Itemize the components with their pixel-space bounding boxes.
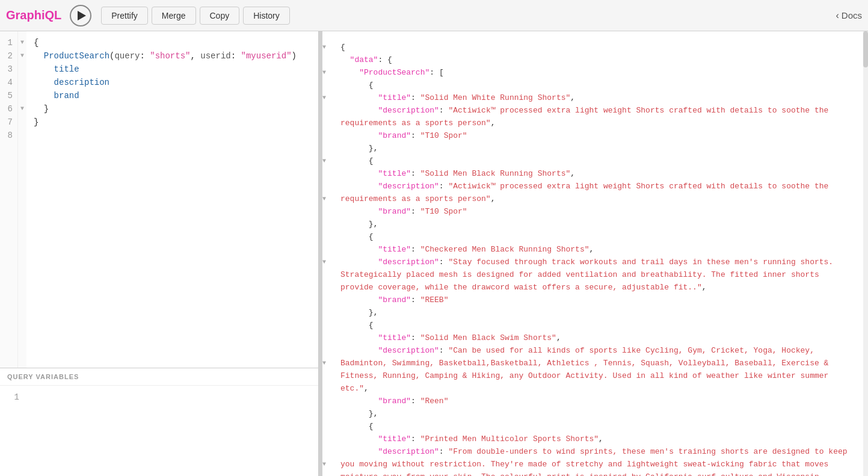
collapse-arrow-1[interactable]: ▼: [18, 36, 26, 49]
docs-label: Docs: [842, 10, 862, 20]
right-arrow-25[interactable]: ▼: [322, 357, 331, 369]
right-arrow-1[interactable]: ▼: [322, 41, 331, 54]
right-panel-wrapper: ▼ ▼ ▼ ▼ ▼ ▼: [322, 31, 863, 476]
merge-button[interactable]: Merge: [152, 7, 196, 25]
copy-button[interactable]: Copy: [200, 7, 240, 25]
query-editor[interactable]: 1 2 3 4 5 6 7 8 ▼ ▼ ▼: [0, 31, 318, 368]
right-arrow-33[interactable]: ▼: [322, 458, 331, 471]
chevron-left-icon: ‹: [836, 10, 839, 21]
scrollbar-thumb[interactable]: [863, 31, 868, 67]
right-arrow-5[interactable]: ▼: [322, 91, 331, 104]
query-code[interactable]: { ProductSearch(query: "shorts", userid:…: [26, 31, 318, 368]
collapse-arrows: ▼ ▼ ▼: [18, 31, 26, 368]
query-variables-header[interactable]: QUERY VARIABLES: [0, 368, 318, 386]
result-panel[interactable]: ▼ ▼ ▼ ▼ ▼ ▼: [322, 31, 863, 476]
right-scrollbar[interactable]: [863, 31, 868, 476]
line-numbers: 1 2 3 4 5 6 7 8: [0, 31, 18, 368]
header: GraphiQL Prettify Merge Copy History ‹ D…: [0, 0, 868, 31]
run-button[interactable]: [70, 5, 91, 26]
history-button[interactable]: History: [243, 7, 290, 25]
prettify-button[interactable]: Prettify: [101, 7, 148, 25]
right-arrow-13[interactable]: ▼: [322, 193, 331, 205]
app-logo: GraphiQL: [6, 8, 61, 22]
query-variables-panel: QUERY VARIABLES 1: [0, 368, 318, 476]
right-arrow-3[interactable]: ▼: [322, 66, 331, 79]
docs-button[interactable]: ‹ Docs: [836, 10, 862, 21]
right-arrow-10[interactable]: ▼: [322, 155, 331, 167]
play-icon: [78, 11, 86, 20]
right-collapse-arrows: ▼ ▼ ▼ ▼ ▼ ▼: [322, 36, 331, 476]
collapse-arrow-6[interactable]: ▼: [18, 102, 26, 116]
collapse-arrow-2[interactable]: ▼: [18, 49, 26, 63]
left-panel: 1 2 3 4 5 6 7 8 ▼ ▼ ▼: [0, 31, 319, 476]
result-content: { "data": { "ProductSearch": [ { "title"…: [331, 36, 863, 476]
right-arrow-18[interactable]: ▼: [322, 256, 331, 268]
query-variables-body[interactable]: 1: [0, 386, 318, 476]
main-area: 1 2 3 4 5 6 7 8 ▼ ▼ ▼: [0, 31, 868, 476]
